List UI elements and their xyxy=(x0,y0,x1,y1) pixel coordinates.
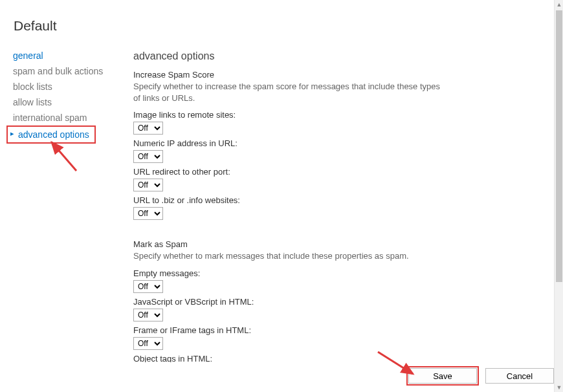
sidebar-item-allow-lists[interactable]: allow lists xyxy=(8,94,123,110)
select-empty-messages[interactable]: Off xyxy=(133,280,163,293)
select-biz-info[interactable]: Off xyxy=(133,207,163,220)
field-label-empty-messages: Empty messages: xyxy=(133,268,544,278)
save-button[interactable]: Save xyxy=(408,368,477,384)
section-increase-spam-title: Increase Spam Score xyxy=(133,70,544,80)
sidebar-item-international-spam[interactable]: international spam xyxy=(8,110,123,125)
scroll-down-icon[interactable]: ▼ xyxy=(555,383,563,392)
sidebar-item-advanced-options[interactable]: advanced options xyxy=(8,127,94,142)
field-label-url-redirect: URL redirect to other port: xyxy=(133,167,544,177)
sidebar: general spam and bulk actions block list… xyxy=(0,48,123,144)
select-url-redirect[interactable]: Off xyxy=(133,179,163,191)
section-increase-spam-desc: Specify whether to increase the spam sco… xyxy=(133,81,444,103)
sidebar-item-general[interactable]: general xyxy=(8,48,123,63)
footer-buttons: Save Cancel xyxy=(406,366,554,386)
select-js-vbs[interactable]: Off xyxy=(133,309,163,321)
highlight-advanced-options: advanced options xyxy=(6,125,96,144)
highlight-save: Save xyxy=(406,366,479,386)
field-label-numeric-ip: Numeric IP address in URL: xyxy=(133,138,544,148)
section-mark-spam-title: Mark as Spam xyxy=(133,239,544,249)
scrollbar-thumb[interactable] xyxy=(556,10,562,282)
select-frame-iframe[interactable]: Off xyxy=(133,337,163,350)
field-label-frame-iframe: Frame or IFrame tags in HTML: xyxy=(133,325,544,335)
sidebar-item-spam-bulk[interactable]: spam and bulk actions xyxy=(8,63,123,79)
field-label-image-links: Image links to remote sites: xyxy=(133,110,544,120)
field-label-js-vbs: JavaScript or VBScript in HTML: xyxy=(133,297,544,307)
field-label-object-tags: Object tags in HTML: xyxy=(133,354,544,362)
section-mark-spam-desc: Specify whether to mark messages that in… xyxy=(133,250,444,262)
content-panel: advanced options Increase Spam Score Spe… xyxy=(123,48,563,362)
cancel-button[interactable]: Cancel xyxy=(485,368,554,384)
page-title: Default xyxy=(0,0,563,48)
content-heading: advanced options xyxy=(133,50,544,62)
scroll-up-icon[interactable]: ▲ xyxy=(555,0,563,9)
select-image-links[interactable]: Off xyxy=(133,122,163,135)
field-label-biz-info: URL to .biz or .info websites: xyxy=(133,195,544,205)
sidebar-item-block-lists[interactable]: block lists xyxy=(8,79,123,94)
select-numeric-ip[interactable]: Off xyxy=(133,150,163,163)
scrollbar[interactable]: ▲ ▼ xyxy=(554,0,563,392)
